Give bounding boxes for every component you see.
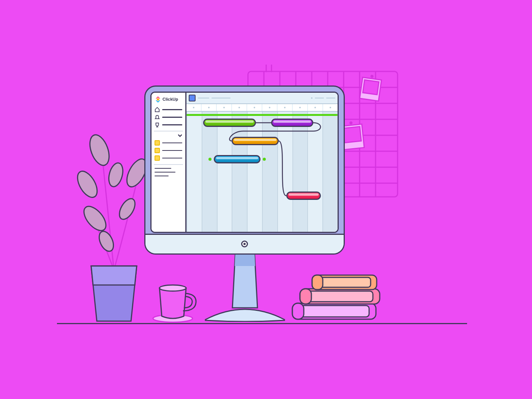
gantt-column bbox=[232, 112, 248, 232]
nav-label-placeholder bbox=[162, 124, 182, 125]
brand-logo[interactable]: ClickUp bbox=[155, 96, 182, 103]
gantt-bar[interactable] bbox=[232, 137, 278, 145]
svg-point-25 bbox=[74, 168, 101, 201]
gantt-column bbox=[292, 112, 308, 232]
sidebar-meta-line bbox=[155, 172, 175, 173]
monitor-camera-icon bbox=[241, 241, 248, 247]
svg-rect-19 bbox=[363, 80, 379, 95]
bell-icon bbox=[155, 114, 160, 120]
home-icon bbox=[155, 107, 160, 112]
sidebar-nav-home[interactable] bbox=[155, 107, 182, 112]
gantt-column bbox=[186, 112, 202, 232]
gantt-milestone bbox=[208, 158, 212, 161]
sidebar-divider bbox=[154, 131, 183, 131]
gantt-bar[interactable] bbox=[214, 155, 260, 163]
clickup-logo-icon bbox=[155, 96, 161, 103]
task-label-placeholder bbox=[162, 158, 182, 159]
breadcrumb-placeholder bbox=[198, 98, 209, 98]
gantt-bar[interactable] bbox=[286, 192, 321, 200]
sidebar-collapse-toggle[interactable] bbox=[155, 133, 182, 139]
monitor-base bbox=[203, 307, 287, 322]
sidebar-divider bbox=[154, 164, 183, 165]
gantt-bar[interactable] bbox=[271, 119, 313, 127]
sidebar-nav-goals[interactable] bbox=[155, 122, 182, 127]
task-label-placeholder bbox=[162, 142, 182, 144]
monitor-stand bbox=[228, 251, 262, 312]
task-status-icon bbox=[155, 140, 160, 146]
nav-label-placeholder bbox=[162, 109, 182, 110]
sidebar-task-item[interactable] bbox=[155, 140, 182, 146]
task-status-icon bbox=[155, 148, 160, 153]
view-tile-icon[interactable] bbox=[189, 95, 196, 101]
svg-point-29 bbox=[80, 203, 110, 234]
svg-point-20 bbox=[370, 74, 374, 78]
sidebar-nav-notifications[interactable] bbox=[155, 114, 182, 120]
gantt-column bbox=[217, 112, 233, 232]
brand-name: ClickUp bbox=[163, 97, 178, 101]
app-topbar bbox=[186, 93, 338, 104]
toolbar-action-placeholder[interactable] bbox=[326, 98, 335, 98]
svg-point-24 bbox=[86, 132, 113, 168]
nav-label-placeholder bbox=[162, 117, 182, 118]
gantt-bar[interactable] bbox=[203, 119, 256, 127]
gantt-today-line bbox=[186, 114, 338, 116]
app-screen: ClickUp bbox=[150, 92, 339, 233]
illustration-stage: ClickUp bbox=[0, 0, 532, 399]
svg-rect-22 bbox=[343, 127, 362, 142]
svg-point-26 bbox=[106, 162, 125, 188]
gantt-column bbox=[247, 112, 263, 232]
sidebar-task-item[interactable] bbox=[155, 148, 182, 153]
trophy-icon bbox=[155, 122, 160, 127]
app-main bbox=[186, 93, 338, 232]
svg-point-23 bbox=[349, 121, 353, 125]
sidebar-meta-line bbox=[155, 176, 169, 176]
gantt-column bbox=[307, 112, 323, 232]
app-sidebar: ClickUp bbox=[152, 93, 186, 232]
gantt-chart-area[interactable] bbox=[186, 112, 338, 232]
desktop-monitor: ClickUp bbox=[144, 86, 345, 325]
task-status-icon bbox=[155, 155, 160, 161]
toolbar-action-placeholder[interactable] bbox=[315, 98, 324, 98]
gantt-timeline-header bbox=[186, 104, 338, 112]
gantt-column bbox=[262, 112, 278, 232]
gantt-column bbox=[277, 112, 293, 232]
sidebar-task-item[interactable] bbox=[155, 155, 182, 161]
gantt-column bbox=[322, 112, 338, 232]
breadcrumb-placeholder bbox=[212, 98, 230, 98]
toolbar-dot bbox=[311, 97, 313, 99]
gantt-milestone bbox=[263, 158, 266, 161]
chevron-down-icon bbox=[178, 134, 182, 138]
task-label-placeholder bbox=[162, 150, 182, 151]
gantt-column bbox=[202, 112, 218, 232]
svg-point-28 bbox=[116, 196, 138, 222]
sidebar-meta-line bbox=[155, 168, 171, 169]
